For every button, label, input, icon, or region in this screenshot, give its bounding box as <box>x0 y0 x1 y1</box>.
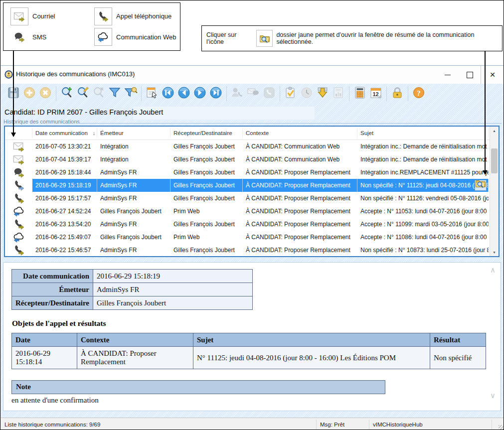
communication-row[interactable]: 2016-06-22 15:46:57AdminSys FRGilles Fra… <box>5 244 499 257</box>
lock-button[interactable] <box>389 86 405 102</box>
column-header-Sujet[interactable]: Sujet <box>357 128 489 138</box>
select-list-button[interactable] <box>144 86 160 102</box>
toolbar-separator <box>56 86 56 101</box>
history-icon <box>300 86 313 101</box>
search-new-button[interactable] <box>59 86 75 102</box>
column-header-Contexte[interactable]: Contexte <box>243 128 357 138</box>
filter-button[interactable] <box>107 86 123 102</box>
detail-field-label: Date communication <box>12 270 93 283</box>
phone-icon <box>5 192 32 205</box>
nav-last-button[interactable] <box>208 86 224 102</box>
add-button[interactable] <box>21 86 37 102</box>
import-icon <box>316 86 329 101</box>
detail-scroll-up-icon[interactable]: ∧ <box>490 266 496 275</box>
candidate-label: Candidat: ID PRIM 2607 - Gilles François… <box>4 105 163 120</box>
column-header-Émetteur[interactable]: Émetteur <box>97 128 170 138</box>
calculator-icon <box>353 86 366 101</box>
history-button <box>299 86 315 102</box>
filter-find-button[interactable] <box>123 86 139 102</box>
grid-cell: AdminSys FR <box>97 192 170 205</box>
grid-cell: Gilles François Joubert <box>170 166 243 179</box>
grid-cell-sujet: Intégration inc.REMPLACEMENT #11125 pour… <box>357 166 489 179</box>
objects-cell: N° 11125: jeudi 04-08-2016 (jour 8:00 - … <box>193 347 430 369</box>
objects-cell: Non spécifié <box>430 347 486 369</box>
grid-cell: Intégration <box>97 140 170 153</box>
maximize-button[interactable] <box>459 66 481 84</box>
titlebar-separator <box>481 66 481 84</box>
contact-icon <box>231 86 244 101</box>
legend-item: SMS <box>10 27 94 48</box>
tasks-icon <box>284 86 297 101</box>
search-edit-button[interactable] <box>75 86 91 102</box>
communication-row-selected[interactable]: 2016-06-29 15:18:19AdminSys FRGilles Fra… <box>5 179 499 192</box>
communication-row[interactable]: 2016-07-04 15:39:17IntégrationGilles Fra… <box>5 153 499 166</box>
cancel-button[interactable] <box>37 86 53 102</box>
resize-grip[interactable] <box>499 425 504 430</box>
column-header-Date communication[interactable]: Date communication↓ <box>32 128 97 138</box>
help-button[interactable]: ? <box>411 86 427 102</box>
column-header-Récepteur/Destinataire[interactable]: Récepteur/Destinataire <box>170 128 243 138</box>
message-button <box>245 86 261 102</box>
scroll-up-icon[interactable]: ▲ <box>490 127 499 135</box>
search-new-icon <box>60 86 73 101</box>
communication-row[interactable]: 2016-06-23 13:54:20AdminSys FRGilles Fra… <box>5 218 499 231</box>
import-button[interactable] <box>315 86 331 102</box>
grid-scrollbar[interactable]: ▲ ▼ <box>490 127 499 256</box>
nav-prev-button[interactable] <box>176 86 192 102</box>
grid-cell: Prim Web <box>170 231 243 244</box>
nav-first-icon <box>162 86 174 101</box>
close-icon: × <box>490 69 495 80</box>
communication-row[interactable]: 2016-06-27 14:52:24Gilles François Joube… <box>5 205 499 218</box>
window-title: Historique des communications (IMC013) <box>16 70 135 78</box>
toolbar: 12? <box>0 84 504 104</box>
objects-cell: À CANDIDAT: Proposer Remplacement <box>77 347 193 369</box>
nav-next-icon <box>193 86 206 101</box>
detail-scroll-down-icon[interactable]: ∨ <box>490 391 496 400</box>
communication-row[interactable]: 2016-06-22 15:49:07Gilles François Joube… <box>5 231 499 244</box>
status-count: Liste historique communications: 9/69 <box>4 418 100 430</box>
nav-next-button[interactable] <box>192 86 208 102</box>
report-button <box>331 86 346 102</box>
legend-connector-line <box>13 51 14 133</box>
toolbar-separator <box>280 86 280 101</box>
grid-cell: AdminSys FR <box>97 179 170 192</box>
grid-cell: À CANDIDAT: Communication Web <box>243 153 357 166</box>
detail-field-row: Date communication2016-06-29 15:18:19 <box>12 270 253 283</box>
message-icon <box>247 86 260 101</box>
title-bar: Historique des communications (IMC013) × <box>0 66 504 84</box>
filter-find-icon <box>124 86 137 101</box>
nav-first-button[interactable] <box>160 86 176 102</box>
calendar-button[interactable]: 12 <box>368 86 384 102</box>
scroll-down-icon[interactable]: ▼ <box>490 248 499 256</box>
call-icon <box>263 86 276 101</box>
call-button <box>261 86 277 102</box>
calculator-button[interactable] <box>352 86 368 102</box>
objects-column-header: Contexte <box>77 333 193 347</box>
tip-text-before: Cliquer sur l'icône <box>206 31 253 45</box>
minimize-button[interactable] <box>437 66 459 84</box>
scrollbar-thumb[interactable] <box>491 148 498 173</box>
column-header-icon[interactable] <box>5 128 32 138</box>
grid-cell-sujet: Non spécifié : N° 11125: jeudi 04-08-201… <box>357 179 489 192</box>
grid-cell: 2016-06-29 15:18:44 <box>32 166 97 179</box>
open-summary-button[interactable] <box>475 180 487 191</box>
tasks-button[interactable] <box>283 86 299 102</box>
web-icon <box>94 28 112 46</box>
legend-item: Communication Web <box>94 27 178 48</box>
communication-row[interactable]: 2016-06-29 15:17:57AdminSys FRGilles Fra… <box>5 192 499 205</box>
grid-cell: 2016-06-29 15:17:57 <box>32 192 97 205</box>
svg-text:12: 12 <box>372 91 378 97</box>
communication-row[interactable]: 2016-07-05 13:30:21IntégrationGilles Fra… <box>5 140 499 153</box>
status-separator <box>369 420 369 430</box>
folder-search-icon <box>475 179 486 192</box>
tip-callout-box: Cliquer sur l'icône dossier jaune permet… <box>201 25 503 51</box>
legend-item: Courriel <box>10 6 94 27</box>
objects-column-header: Résultat <box>430 333 486 347</box>
objects-header-row: DateContexteSujetRésultat <box>12 333 486 347</box>
add-icon <box>23 86 36 101</box>
grid-cell-sujet: Accepte : N° 11053: lundi 04-07-2016 (jo… <box>357 205 489 218</box>
grid-cell: À CANDIDAT: Proposer Remplacement <box>243 179 357 192</box>
help-icon: ? <box>412 86 425 101</box>
communication-row[interactable]: 2016-06-29 15:18:44AdminSys FRGilles Fra… <box>5 166 499 179</box>
objects-column-header: Date <box>12 333 77 347</box>
